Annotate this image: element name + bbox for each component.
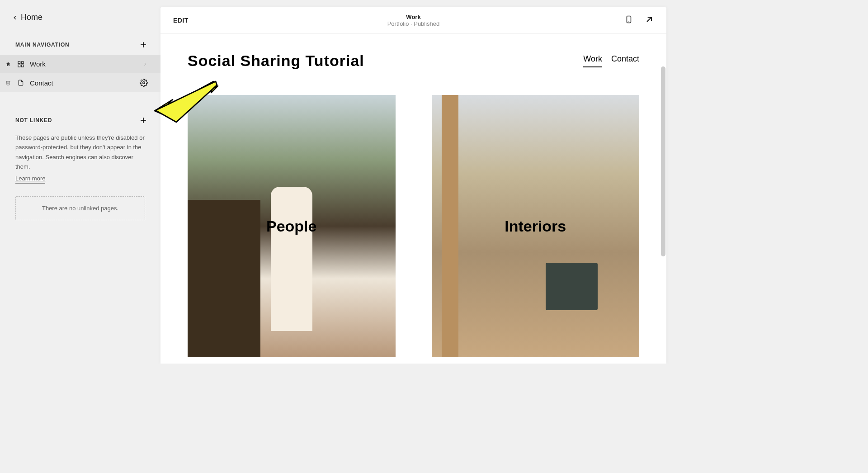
- svg-rect-5: [21, 65, 24, 67]
- nav-item-work[interactable]: Work: [583, 54, 602, 67]
- page-item-label: Contact: [30, 79, 135, 87]
- page-item-label: Work: [30, 60, 138, 68]
- settings-button[interactable]: [140, 79, 148, 87]
- not-linked-title: NOT LINKED: [15, 117, 52, 123]
- page-item-work[interactable]: Work: [0, 55, 160, 73]
- add-main-nav-button[interactable]: [139, 40, 148, 49]
- gallery-item-interiors[interactable]: Interiors: [432, 95, 640, 357]
- chevron-left-icon: [12, 14, 18, 21]
- svg-rect-3: [21, 61, 24, 64]
- preview-pane: EDIT Work Portfolio · Published: [160, 0, 674, 364]
- home-button[interactable]: Home: [0, 13, 160, 35]
- page-item-contact[interactable]: Contact: [0, 73, 160, 92]
- main-navigation-title: MAIN NAVIGATION: [15, 42, 70, 48]
- plus-icon: [139, 116, 148, 125]
- gallery-label: Interiors: [505, 218, 566, 235]
- svg-rect-4: [18, 65, 20, 67]
- site-preview[interactable]: Social Sharing Tutorial Work Contact Peo…: [160, 34, 666, 364]
- home-indicator-icon: [5, 61, 12, 67]
- not-linked-header: NOT LINKED: [0, 110, 160, 130]
- grid-icon: [16, 61, 25, 68]
- page-icon: [16, 79, 25, 86]
- gallery-item-people[interactable]: People: [188, 95, 396, 357]
- arrow-up-right-icon: [645, 15, 654, 24]
- home-label: Home: [21, 13, 42, 22]
- plus-icon: [139, 40, 148, 49]
- gear-icon: [140, 79, 148, 87]
- page-meta: Portfolio · Published: [293, 20, 534, 27]
- site-title[interactable]: Social Sharing Tutorial: [188, 52, 364, 70]
- delete-icon[interactable]: [5, 80, 12, 85]
- portfolio-gallery: People Interiors: [188, 95, 639, 357]
- edit-button[interactable]: EDIT: [173, 17, 189, 24]
- svg-point-6: [143, 82, 145, 84]
- page-name: Work: [293, 14, 534, 20]
- site-nav: Work Contact: [583, 54, 639, 67]
- gallery-label: People: [266, 218, 316, 235]
- svg-line-11: [647, 17, 651, 22]
- sidebar: Home MAIN NAVIGATION Work: [0, 0, 160, 364]
- mobile-preview-button[interactable]: [625, 14, 633, 27]
- not-linked-description: These pages are public unless they're di…: [0, 130, 160, 184]
- preview-topbar: EDIT Work Portfolio · Published: [160, 7, 666, 34]
- chevron-right-icon: [142, 61, 148, 67]
- nav-item-contact[interactable]: Contact: [611, 54, 639, 67]
- main-navigation-header: MAIN NAVIGATION: [0, 35, 160, 55]
- scrollbar[interactable]: [661, 66, 665, 256]
- svg-rect-2: [18, 61, 20, 64]
- add-not-linked-button[interactable]: [139, 116, 148, 125]
- mobile-icon: [625, 14, 633, 25]
- learn-more-link[interactable]: Learn more: [15, 174, 45, 184]
- open-external-button[interactable]: [645, 15, 654, 26]
- not-linked-empty: There are no unlinked pages.: [15, 196, 145, 220]
